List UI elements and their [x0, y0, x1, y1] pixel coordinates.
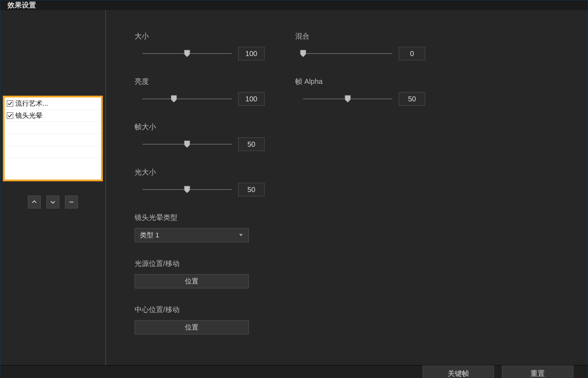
- effect-label: 流行艺术...: [15, 99, 48, 108]
- slider-track: [303, 99, 392, 99]
- frameSize-slider[interactable]: [142, 140, 232, 148]
- body: 流行艺术... 镜头光晕: [0, 10, 588, 365]
- glowSize-slider[interactable]: [142, 185, 232, 194]
- titlebar: 效果设置: [0, 0, 588, 10]
- size-slider-row: 100: [135, 47, 274, 60]
- sidebar-buttons: [28, 196, 78, 208]
- slider-columns: 大小 100 亮度 100 帧大小: [135, 31, 573, 213]
- glowSize-control: 光大小 50: [135, 167, 274, 196]
- slider-track: [142, 99, 232, 99]
- footer: 关键帧 重置: [0, 365, 588, 378]
- center-position-label: 中心位置/移动: [135, 305, 573, 314]
- center-position-button[interactable]: 位置: [135, 320, 249, 334]
- frameSize-slider-row: 50: [135, 137, 274, 151]
- effect-row-empty: [5, 134, 101, 146]
- brightness-control: 亮度 100: [135, 77, 274, 106]
- effects-settings-window: 效果设置 流行艺术... 镜头光晕: [0, 0, 588, 378]
- flare-type-value: 类型 1: [140, 231, 159, 240]
- effect-row-empty: [5, 146, 101, 158]
- effect-list-frame: 流行艺术... 镜头光晕: [3, 96, 103, 181]
- frameAlpha-slider-row: 50: [295, 92, 434, 106]
- frameAlpha-label: 帧 Alpha: [295, 77, 434, 86]
- light-position-button-label: 位置: [185, 277, 198, 286]
- blend-slider-row: 0: [295, 47, 434, 60]
- slider-track: [142, 144, 232, 145]
- move-down-button[interactable]: [46, 196, 59, 208]
- frameAlpha-slider[interactable]: [303, 95, 392, 103]
- effect-list[interactable]: 流行艺术... 镜头光晕: [5, 97, 101, 180]
- main-panel: 大小 100 亮度 100 帧大小: [106, 10, 588, 365]
- frameAlpha-control: 帧 Alpha 50: [295, 77, 434, 106]
- window-title: 效果设置: [7, 0, 36, 10]
- blend-control: 混合 0: [295, 31, 434, 60]
- slider-track: [142, 53, 232, 54]
- flare-type-control: 镜头光晕类型 类型 1: [135, 213, 573, 242]
- effect-row-empty: [5, 158, 101, 170]
- center-position-control: 中心位置/移动 位置: [135, 305, 573, 334]
- chevron-down-icon: [238, 231, 243, 239]
- effect-row-empty: [5, 122, 101, 134]
- light-position-control: 光源位置/移动 位置: [135, 259, 573, 288]
- size-value[interactable]: 100: [238, 47, 265, 60]
- remove-button[interactable]: [65, 196, 78, 208]
- slider-track: [142, 189, 232, 190]
- center-position-button-label: 位置: [185, 323, 198, 332]
- size-label: 大小: [135, 31, 274, 41]
- glowSize-value[interactable]: 50: [238, 183, 265, 196]
- brightness-value[interactable]: 100: [238, 92, 265, 106]
- reset-button-label: 重置: [531, 369, 545, 378]
- slider-column-right: 混合 0 帧 Alpha 50: [295, 31, 434, 213]
- slider-column-left: 大小 100 亮度 100 帧大小: [135, 31, 274, 213]
- checkbox-icon[interactable]: [7, 100, 13, 107]
- light-position-button[interactable]: 位置: [135, 274, 249, 288]
- reset-button[interactable]: 重置: [502, 366, 573, 378]
- frameSize-value[interactable]: 50: [238, 137, 265, 151]
- light-position-label: 光源位置/移动: [135, 259, 573, 268]
- flare-type-dropdown[interactable]: 类型 1: [135, 228, 249, 242]
- move-up-button[interactable]: [28, 196, 41, 208]
- size-control: 大小 100: [135, 31, 274, 60]
- glowSize-label: 光大小: [135, 167, 274, 177]
- blend-slider[interactable]: [303, 49, 392, 58]
- blend-label: 混合: [295, 31, 434, 41]
- flare-type-label: 镜头光晕类型: [135, 213, 573, 222]
- effect-row-0[interactable]: 流行艺术...: [5, 97, 101, 110]
- effect-row-1[interactable]: 镜头光晕: [5, 110, 101, 122]
- size-slider[interactable]: [142, 49, 232, 58]
- brightness-slider-row: 100: [135, 92, 274, 106]
- checkbox-icon[interactable]: [7, 112, 13, 119]
- frameAlpha-value[interactable]: 50: [399, 92, 425, 106]
- brightness-slider[interactable]: [142, 95, 232, 103]
- slider-track: [303, 53, 392, 54]
- brightness-label: 亮度: [135, 77, 274, 86]
- glowSize-slider-row: 50: [135, 183, 274, 196]
- effect-label: 镜头光晕: [15, 111, 42, 120]
- keyframe-button[interactable]: 关键帧: [423, 366, 494, 378]
- sidebar: 流行艺术... 镜头光晕: [0, 10, 106, 365]
- blend-value[interactable]: 0: [399, 47, 425, 60]
- keyframe-button-label: 关键帧: [448, 369, 469, 378]
- frameSize-label: 帧大小: [135, 122, 274, 132]
- frameSize-control: 帧大小 50: [135, 122, 274, 151]
